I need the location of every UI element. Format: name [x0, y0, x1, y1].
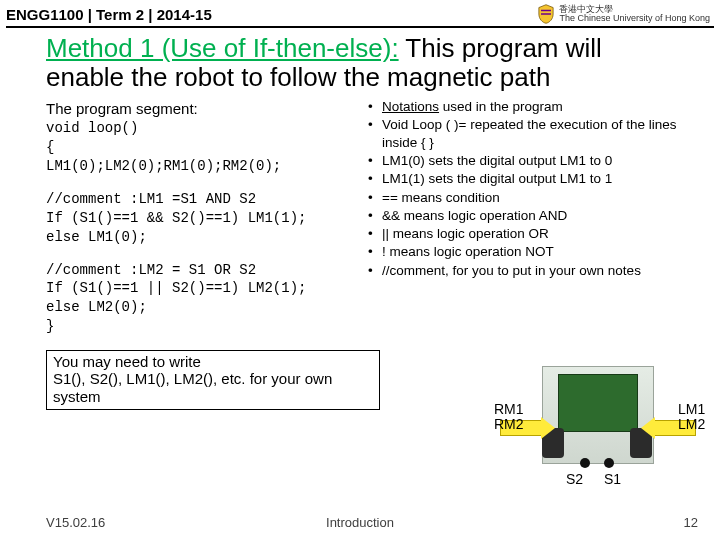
- list-item: || means logic operation OR: [368, 225, 698, 242]
- page-number: 12: [684, 515, 698, 530]
- list-item: ! means logic operation NOT: [368, 243, 698, 260]
- code-block-3: //comment :LM2 = S1 OR S2 If (S1()==1 ||…: [46, 261, 356, 337]
- robot-diagram: RM1 RM2 LM1 LM2 S2 S1: [496, 366, 706, 496]
- footer-version: V15.02.16: [46, 515, 105, 530]
- footer-center: Introduction: [326, 515, 394, 530]
- list-item: //comment, for you to put in your own no…: [368, 262, 698, 279]
- university-logo: 香港中文大學 The Chinese University of Hong Ko…: [537, 4, 710, 24]
- notations-list: Notations used in the program Void Loop …: [368, 98, 698, 279]
- footer: V15.02.16 Introduction 12: [0, 515, 720, 530]
- left-column: The program segment: void loop() { LM1(0…: [46, 98, 356, 410]
- list-item: LM1(1) sets the digital output LM1 to 1: [368, 170, 698, 187]
- robot-pcb: [558, 374, 638, 432]
- note-line-1: You may need to write: [53, 353, 373, 370]
- title-method: Method 1 (Use of If-then-else):: [46, 33, 399, 63]
- list-item: && means logic operation AND: [368, 207, 698, 224]
- header: ENGG1100 | Term 2 | 2014-15 香港中文大學 The C…: [0, 0, 720, 26]
- label-s2: S2: [566, 472, 583, 487]
- slide-title: Method 1 (Use of If-then-else): This pro…: [0, 32, 720, 98]
- list-item: LM1(0) sets the digital output LM1 to 0: [368, 152, 698, 169]
- right-column: Notations used in the program Void Loop …: [368, 98, 698, 410]
- university-name: 香港中文大學 The Chinese University of Hong Ko…: [559, 5, 710, 23]
- course-code: ENGG1100 | Term 2 | 2014-15: [6, 6, 212, 23]
- note-box: You may need to write S1(), S2(), LM1(),…: [46, 350, 380, 410]
- note-line-2: S1(), S2(), LM1(), LM2(), etc. for your …: [53, 370, 373, 405]
- list-item: Void Loop ( )= repeated the execution of…: [368, 116, 698, 151]
- code-block-2: //comment :LM1 =S1 AND S2 If (S1()==1 &&…: [46, 190, 356, 247]
- code-block-1: void loop() { LM1(0);LM2(0);RM1(0);RM2(0…: [46, 119, 356, 176]
- robot-sensor-s2: [580, 458, 590, 468]
- slide: ENGG1100 | Term 2 | 2014-15 香港中文大學 The C…: [0, 0, 720, 540]
- robot-sensor-s1: [604, 458, 614, 468]
- list-item: == means condition: [368, 189, 698, 206]
- header-rule: [6, 26, 714, 28]
- label-rm: RM1 RM2: [494, 402, 524, 433]
- segment-label: The program segment:: [46, 100, 356, 117]
- shield-icon: [537, 4, 555, 24]
- label-lm: LM1 LM2: [678, 402, 705, 433]
- label-s1: S1: [604, 472, 621, 487]
- list-item: Notations used in the program: [368, 98, 698, 115]
- body: The program segment: void loop() { LM1(0…: [0, 98, 720, 410]
